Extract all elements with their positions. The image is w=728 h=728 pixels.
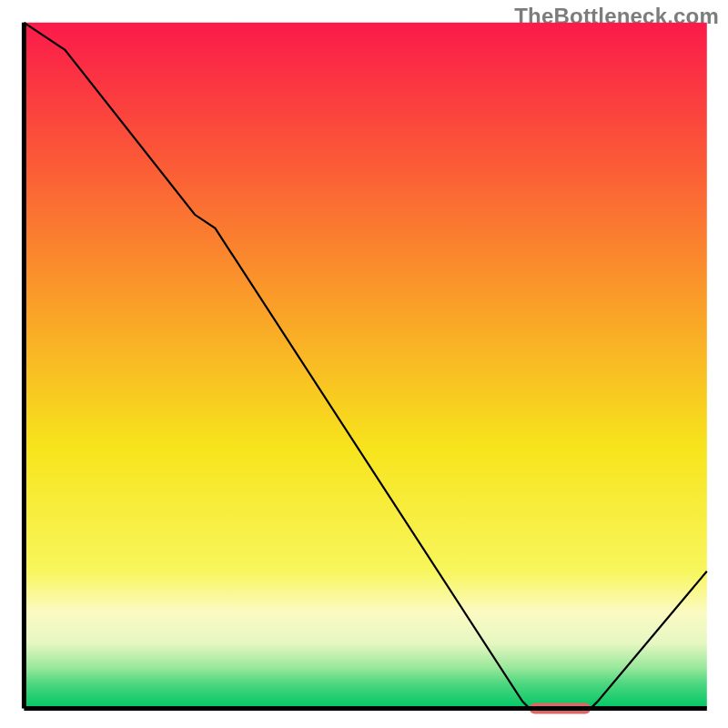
bottleneck-chart bbox=[0, 0, 728, 728]
chart-container: TheBottleneck.com bbox=[0, 0, 728, 728]
plot-background bbox=[24, 23, 706, 709]
